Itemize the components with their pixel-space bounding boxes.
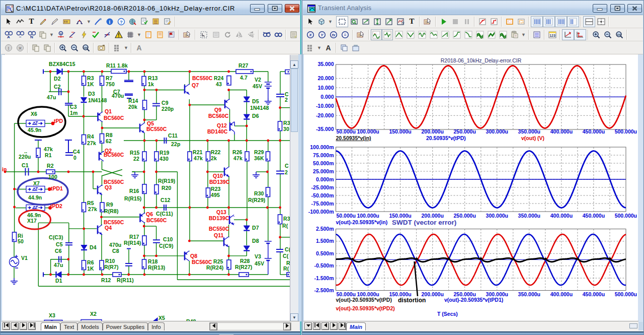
svg-text:20.50935*v(tPD): 20.50935*v(tPD) [426, 135, 466, 141]
svg-text:C9: C9 [162, 100, 169, 106]
svg-text:123: 123 [549, 34, 555, 37]
svg-text:2: 2 [285, 169, 288, 175]
svg-text:R(: R( [283, 265, 289, 272]
svg-text:?: ? [120, 19, 123, 24]
svg-text:100: 100 [616, 33, 621, 36]
svg-text:20.50935*v(in): 20.50935*v(in) [336, 135, 371, 141]
svg-text:C8: C8 [112, 248, 119, 254]
svg-text:X3: X3 [49, 312, 55, 318]
svg-text:47k: 47k [44, 146, 53, 152]
svg-text:450.000u: 450.000u [583, 128, 605, 135]
svg-text:47k: 47k [194, 155, 203, 161]
svg-text:X: X [308, 33, 312, 37]
svg-text:350.000u: 350.000u [518, 128, 540, 135]
svg-text:100: 100 [48, 174, 57, 180]
svg-text:V1: V1 [21, 255, 28, 261]
svg-text:R3: R3 [283, 216, 290, 222]
svg-text:R27: R27 [238, 62, 249, 69]
svg-text:450.000u: 450.000u [583, 213, 605, 219]
svg-text:R19: R19 [159, 150, 170, 156]
svg-text:C4: C4 [73, 149, 80, 155]
svg-text:✕: ✕ [18, 45, 22, 50]
svg-text:X5: X5 [158, 315, 165, 321]
svg-text:tPD1: tPD1 [51, 185, 63, 191]
svg-text:C12: C12 [160, 197, 171, 203]
svg-text:-35.000: -35.000 [316, 126, 334, 132]
svg-text:430: 430 [159, 156, 169, 162]
svg-text:C6: C6 [55, 248, 62, 254]
svg-text:D1: D1 [55, 278, 62, 284]
svg-text:C(C3): C(C3) [49, 234, 63, 240]
svg-text:-0.500m: -0.500m [314, 262, 334, 269]
svg-text:1k: 1k [148, 81, 154, 87]
svg-text:D6: D6 [252, 113, 259, 119]
svg-text:R4: R4 [87, 133, 94, 140]
svg-text:-2.500m: -2.500m [314, 287, 334, 293]
svg-text:R23: R23 [211, 186, 221, 192]
svg-text:1N4148: 1N4148 [250, 105, 269, 111]
svg-text:R9: R9 [106, 202, 113, 208]
svg-text:0.000: 0.000 [320, 94, 334, 100]
svg-text:-50.000m: -50.000m [311, 192, 334, 198]
svg-text:v(out)-20.50935*v(in): v(out)-20.50935*v(in) [336, 219, 388, 225]
svg-text:0: 0 [73, 155, 76, 161]
svg-text:distortion: distortion [398, 297, 426, 304]
svg-text:Q8: Q8 [190, 253, 197, 259]
svg-text:BC550C: BC550C [209, 226, 229, 232]
svg-text:150.000u: 150.000u [389, 213, 411, 219]
svg-text:R3: R3 [283, 120, 290, 126]
svg-text:v(out)-20.50935*v(tPD): v(out)-20.50935*v(tPD) [336, 297, 392, 303]
svg-text:47u: 47u [54, 262, 63, 268]
svg-text:v(out)-20.50935*v(tPD2): v(out)-20.50935*v(tPD2) [336, 305, 395, 311]
svg-text:BC550C: BC550C [146, 126, 167, 132]
svg-text:V: V [59, 32, 61, 35]
svg-text:50.000u: 50.000u [337, 213, 356, 219]
svg-text:R10: R10 [105, 258, 115, 264]
svg-text:tPD: tPD [54, 118, 63, 124]
svg-text:25.000m: 25.000m [313, 168, 334, 174]
svg-text:tPD2: tPD2 [50, 203, 62, 209]
svg-text:Q6: Q6 [146, 211, 153, 217]
svg-text:C3: C3 [70, 104, 77, 110]
svg-text:R21: R21 [193, 149, 203, 155]
svg-text:BD139C: BD139C [209, 215, 229, 221]
svg-text:R(R7): R(R7) [104, 264, 119, 270]
svg-text:-100.000m: -100.000m [308, 209, 334, 215]
svg-text:100.000u: 100.000u [357, 213, 379, 219]
svg-text:C5: C5 [56, 241, 63, 247]
svg-text:R18: R18 [148, 258, 158, 264]
svg-text:50.000u: 50.000u [337, 128, 356, 135]
svg-text:1m: 1m [70, 110, 77, 116]
svg-text:BD139C: BD139C [209, 179, 230, 185]
svg-text:50.000m: 50.000m [313, 160, 334, 166]
svg-text:35.000: 35.000 [317, 61, 334, 67]
svg-text:R3: R3 [87, 75, 94, 81]
svg-text:R2018-06_10kHz_Delay-error.CIR: R2018-06_10kHz_Delay-error.CIR [441, 57, 522, 63]
svg-text:R20: R20 [162, 185, 172, 191]
svg-text:20.000: 20.000 [317, 75, 334, 81]
svg-text:500.000u: 500.000u [615, 291, 637, 297]
svg-text:2k: 2k [211, 155, 217, 161]
svg-text:R30: R30 [254, 190, 264, 196]
svg-text:45.9n: 45.9n [28, 127, 41, 133]
svg-text:N: N [30, 35, 33, 39]
svg-text:C: C [285, 163, 289, 169]
svg-text:X2: X2 [90, 311, 97, 317]
svg-text:300.000u: 300.000u [486, 128, 508, 135]
svg-text:27k: 27k [88, 206, 97, 212]
svg-text:R28: R28 [240, 258, 250, 264]
svg-text:44.9n: 44.9n [28, 194, 42, 200]
svg-text:X17: X17 [27, 218, 37, 224]
svg-text:Y: Y [320, 33, 324, 37]
svg-text:R(R29): R(R29) [248, 197, 265, 203]
svg-text:750: 750 [106, 81, 115, 87]
svg-text:v(out) (V): v(out) (V) [521, 135, 544, 141]
svg-text:C10: C10 [163, 236, 173, 242]
svg-text:30: 30 [283, 126, 289, 132]
svg-text:BC560C: BC560C [104, 115, 124, 121]
svg-text:62: 62 [106, 138, 112, 144]
svg-text:Q4: Q4 [105, 225, 112, 231]
svg-text:C(C11): C(C11) [156, 211, 173, 217]
svg-text:250.000u: 250.000u [454, 128, 476, 135]
svg-text:!: ! [8, 45, 9, 50]
